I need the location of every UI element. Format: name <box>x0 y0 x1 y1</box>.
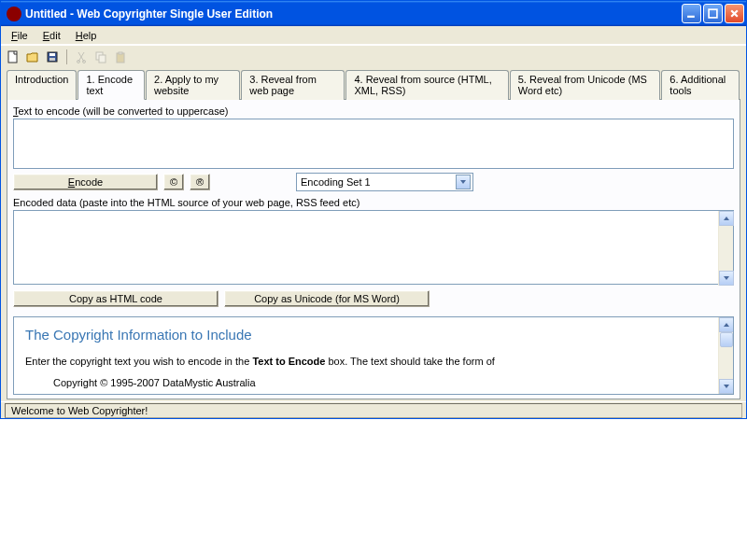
tab-introduction[interactable]: Introduction <box>7 70 77 100</box>
label-encoded-data: Encoded data (paste into the HTML source… <box>13 197 734 208</box>
open-file-icon[interactable] <box>24 49 41 65</box>
cut-icon <box>73 49 90 65</box>
new-file-icon[interactable] <box>5 49 21 65</box>
info-p1: Enter the copyright text you wish to enc… <box>25 354 722 370</box>
window-title: Untitled - Web Copyrighter Single User E… <box>25 7 682 21</box>
copy-row: Copy as HTML code Copy as Unicode (for M… <box>13 290 734 307</box>
info-content: The Copyright Information to Include Ent… <box>14 317 733 395</box>
svg-rect-0 <box>687 16 695 18</box>
chevron-down-icon <box>456 175 471 189</box>
svg-rect-4 <box>49 53 55 56</box>
toolbar-separator <box>66 49 67 64</box>
info-heading: The Copyright Information to Include <box>25 327 722 343</box>
toolbar <box>1 45 746 67</box>
status-text: Welcome to Web Copyrighter! <box>5 403 742 418</box>
app-window: Untitled - Web Copyrighter Single User E… <box>0 0 747 419</box>
svg-rect-1 <box>709 9 717 18</box>
statusbar: Welcome to Web Copyrighter! <box>1 401 746 418</box>
info-example: Copyright © 1995-2007 DataMystic Austral… <box>53 375 722 391</box>
scroll-thumb[interactable] <box>720 332 733 347</box>
svg-rect-5 <box>49 58 55 61</box>
tabs-row: Introduction 1. Encode text 2. Apply to … <box>1 67 746 99</box>
window-buttons <box>682 4 744 23</box>
tab-apply-website[interactable]: 2. Apply to my website <box>146 70 240 100</box>
svg-rect-2 <box>8 51 17 63</box>
encode-row: Encode © ® Encoding Set 1 <box>13 173 734 191</box>
tab-additional-tools[interactable]: 6. Additional tools <box>661 70 740 100</box>
titlebar[interactable]: Untitled - Web Copyrighter Single User E… <box>1 1 746 26</box>
tab-reveal-unicode[interactable]: 5. Reveal from Unicode (MS Word etc) <box>510 70 661 100</box>
scroll-up-icon[interactable] <box>719 211 734 226</box>
copy-unicode-button[interactable]: Copy as Unicode (for MS Word) <box>224 290 430 307</box>
scroll-down-icon[interactable] <box>719 379 734 394</box>
menu-help[interactable]: Help <box>69 28 104 43</box>
save-file-icon[interactable] <box>44 49 61 65</box>
tab-reveal-source[interactable]: 4. Reveal from source (HTML, XML, RSS) <box>345 70 508 100</box>
copy-html-button[interactable]: Copy as HTML code <box>13 290 218 307</box>
scroll-up-icon[interactable] <box>719 317 734 332</box>
maximize-button[interactable] <box>703 4 723 23</box>
minimize-button[interactable] <box>682 4 701 23</box>
info-scrollbar[interactable] <box>718 317 733 394</box>
info-pane: The Copyright Information to Include Ent… <box>13 316 734 395</box>
text-to-encode-textarea[interactable] <box>13 119 734 169</box>
close-button[interactable] <box>725 4 744 23</box>
paste-icon <box>112 49 129 65</box>
insert-copyright-button[interactable]: © <box>163 174 184 190</box>
copy-icon <box>92 49 109 65</box>
encoding-set-value: Encoding Set 1 <box>301 176 371 188</box>
encoded-data-wrap <box>13 210 734 287</box>
tab-reveal-web[interactable]: 3. Reveal from web page <box>241 70 345 100</box>
encoded-data-textarea[interactable] <box>13 210 734 285</box>
tab-panel-encode: Text to encode (will be converted to upp… <box>7 99 740 399</box>
scroll-down-icon[interactable] <box>719 271 734 286</box>
encode-button[interactable]: Encode <box>13 174 158 190</box>
menu-file[interactable]: File <box>5 28 35 43</box>
textarea-scrollbar[interactable] <box>718 211 733 286</box>
tab-encode-text[interactable]: 1. Encode text <box>78 70 145 100</box>
svg-rect-9 <box>99 55 106 63</box>
label-text-to-encode: Text to encode (will be converted to upp… <box>13 105 734 117</box>
insert-registered-button[interactable]: ® <box>190 174 210 190</box>
svg-rect-11 <box>119 52 122 54</box>
encoding-set-dropdown[interactable]: Encoding Set 1 <box>296 173 473 191</box>
menu-edit[interactable]: Edit <box>36 28 67 43</box>
app-icon <box>7 7 21 21</box>
menubar: File Edit Help <box>1 26 746 45</box>
